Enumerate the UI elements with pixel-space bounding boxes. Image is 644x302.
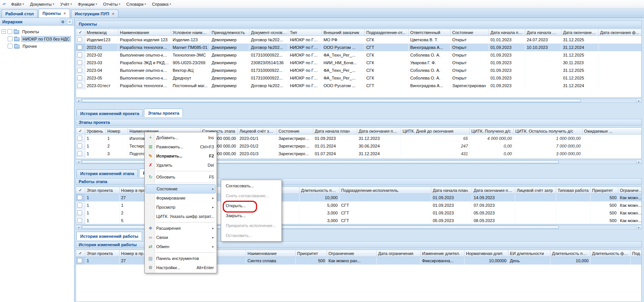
column-header[interactable]: Ограничен... bbox=[618, 187, 642, 194]
column-header[interactable]: Этап проекта bbox=[85, 187, 120, 194]
collapse-expander-icon[interactable]: − bbox=[2, 29, 6, 34]
tab-3[interactable]: Инструкции ПУП✕ bbox=[71, 10, 118, 18]
column-header[interactable]: Наименование bbox=[246, 250, 296, 257]
column-header[interactable]: Номер bbox=[106, 128, 128, 135]
select-all-header[interactable]: ✓ bbox=[76, 250, 85, 257]
table-row[interactable]: 2023-01Разработка технологии и...Магнит … bbox=[76, 44, 642, 51]
table-row[interactable]: 2023-01тестРазработка технологии и...Пос… bbox=[76, 82, 642, 89]
menubar-item-7[interactable]: Справка▾ bbox=[149, 1, 174, 8]
menu-item-1[interactable]: +Добавить...Ins bbox=[146, 133, 216, 142]
column-header[interactable]: Дата окончания план bbox=[472, 187, 515, 194]
tree-checkbox[interactable] bbox=[8, 36, 13, 41]
row-checkbox[interactable] bbox=[77, 83, 82, 88]
column-header[interactable]: ЦИТК. Осталось получить д/с bbox=[514, 128, 583, 135]
menu-item-3[interactable]: Открыть... bbox=[222, 201, 281, 211]
column-header[interactable]: Уровень bbox=[85, 128, 106, 135]
row-checkbox[interactable] bbox=[77, 151, 82, 156]
close-icon[interactable]: ✕ bbox=[63, 12, 66, 15]
table-row[interactable]: 2023-04Выполнение опытно-конс...Вектор-А… bbox=[76, 67, 642, 74]
tab-2[interactable]: Этапы проекта bbox=[144, 109, 183, 117]
row-checkbox[interactable] bbox=[77, 68, 82, 73]
column-header[interactable]: Подразделение-ис... bbox=[631, 250, 642, 257]
menu-item-1[interactable]: Согласовать... bbox=[222, 181, 281, 191]
scroll-right-icon[interactable]: ▸ bbox=[636, 99, 641, 102]
scroll-right-icon[interactable]: ▸ bbox=[636, 160, 641, 164]
row-checkbox[interactable] bbox=[77, 45, 82, 50]
row-checkbox[interactable] bbox=[77, 60, 82, 65]
tab-1[interactable]: История изменений проекта bbox=[76, 109, 143, 117]
column-header[interactable]: Приоритет bbox=[591, 187, 618, 194]
column-header[interactable]: Приоритет bbox=[296, 250, 327, 257]
scroll-right-icon[interactable]: ▸ bbox=[636, 226, 641, 229]
tab-1[interactable]: Рабочий стол bbox=[2, 10, 37, 18]
menu-item-9[interactable]: Формирование▸ bbox=[146, 193, 216, 203]
table-row[interactable]: 2023-02Выполнение опытно-конс...Технолог… bbox=[76, 51, 642, 59]
column-header[interactable]: Лицевой счёт затрат. bbox=[238, 128, 277, 135]
menu-item-14[interactable]: ∞Связи▸ bbox=[146, 233, 216, 242]
tab-2[interactable]: Проекты✕ bbox=[39, 9, 70, 18]
close-icon[interactable]: ✕ bbox=[112, 12, 115, 16]
select-all-header[interactable]: ✓ bbox=[76, 29, 85, 36]
menu-item-3[interactable]: ✎Исправить...F2 bbox=[146, 151, 216, 161]
column-header[interactable]: Принадлежность bbox=[210, 29, 249, 36]
tree-checkbox[interactable] bbox=[7, 29, 12, 34]
column-header[interactable]: Дата окончания план bbox=[357, 128, 401, 135]
table-row[interactable]: 2023-05Выполнение опытно-конс...Дредноут… bbox=[76, 74, 642, 82]
row-checkbox[interactable] bbox=[77, 218, 82, 223]
menubar-item-5[interactable]: Отчёты▾ bbox=[100, 1, 123, 8]
column-header[interactable]: Дата окончания пл... bbox=[561, 29, 599, 36]
column-header[interactable]: Внешний заказчик bbox=[322, 29, 365, 36]
column-header[interactable]: Лицевой счёт затр bbox=[515, 187, 556, 194]
column-header[interactable]: Изменение длител. bbox=[421, 250, 464, 257]
column-header[interactable]: Состояние bbox=[277, 128, 313, 135]
row-checkbox[interactable] bbox=[77, 136, 82, 141]
column-header[interactable]: Наименование bbox=[118, 29, 171, 36]
tab-1[interactable]: История изменений работы bbox=[76, 232, 142, 240]
scroll-left-icon[interactable]: ◂ bbox=[76, 226, 81, 229]
column-header[interactable]: Ожидаемые ... bbox=[583, 128, 642, 135]
collapse-panel-icon[interactable]: « bbox=[67, 19, 73, 24]
column-header[interactable]: Условное наименова... bbox=[171, 29, 210, 36]
column-header[interactable]: Дата начала план. bbox=[489, 29, 525, 36]
row-checkbox[interactable] bbox=[77, 210, 82, 215]
tree-item-2[interactable]: НИОКР по ГОЗ без НДС bbox=[0, 35, 74, 42]
menu-item-15[interactable]: ⇄Обмен▸ bbox=[146, 242, 216, 251]
column-header[interactable]: ЦИТК. Получено д/с bbox=[470, 128, 514, 135]
column-header[interactable]: Типовая работа bbox=[556, 187, 591, 194]
column-header[interactable]: Длительность фак... bbox=[591, 250, 631, 257]
menubar-item-3[interactable]: Учёт▾ bbox=[57, 1, 75, 8]
column-header[interactable]: Дата начала факт. bbox=[525, 29, 561, 36]
scroll-left-icon[interactable]: ◂ bbox=[76, 160, 81, 164]
scroll-left-icon[interactable]: ◂ bbox=[76, 99, 81, 102]
column-header[interactable]: ЦИТК. Дней до окончания bbox=[401, 128, 470, 135]
menu-item-13[interactable]: ❖Расширения▸ bbox=[146, 224, 216, 233]
column-header[interactable]: Дата начала план bbox=[313, 128, 357, 135]
select-all-header[interactable]: ✓ bbox=[76, 128, 85, 135]
column-header[interactable]: Длительность план▾ bbox=[299, 187, 340, 194]
menu-item-10[interactable]: Просмотр▸ bbox=[146, 203, 216, 212]
column-header[interactable]: Состояние bbox=[451, 29, 489, 36]
menu-item-18[interactable]: ⚙Настройки...Alt+Enter bbox=[146, 263, 216, 272]
menubar-item-6[interactable]: Словари▾ bbox=[123, 1, 149, 8]
row-checkbox[interactable] bbox=[77, 143, 82, 148]
row-checkbox[interactable] bbox=[77, 52, 82, 57]
menu-item-2[interactable]: ⊞Размножить...Ctrl+F3 bbox=[146, 142, 216, 151]
menubar-item-2[interactable]: Документы▾ bbox=[27, 1, 57, 8]
row-checkbox[interactable] bbox=[77, 203, 82, 208]
row-checkbox[interactable] bbox=[77, 75, 82, 80]
row-checkbox[interactable] bbox=[77, 195, 82, 200]
select-all-header[interactable]: ✓ bbox=[76, 187, 85, 194]
column-header[interactable]: Дата начала план. bbox=[431, 187, 472, 194]
panel-tool-icon[interactable]: ▦ bbox=[60, 19, 66, 24]
column-header[interactable]: Подразделение-от... bbox=[365, 29, 409, 36]
table-row[interactable]: 2023-03Разработка ЭКД и РКД н...905-U020… bbox=[76, 59, 642, 67]
column-header[interactable]: Дата ограничения bbox=[377, 250, 421, 257]
column-header[interactable]: Документ-основан... bbox=[249, 29, 288, 36]
menu-item-8[interactable]: Состояние▸ bbox=[146, 184, 216, 193]
column-header[interactable]: Дата окончания ф... bbox=[599, 29, 642, 36]
tree-item-1[interactable]: −Проекты bbox=[0, 28, 74, 35]
column-header[interactable]: Ответственный bbox=[409, 29, 451, 36]
column-header[interactable]: ЕИ длительности bbox=[508, 250, 550, 257]
column-header[interactable]: Тип bbox=[288, 29, 322, 36]
menubar-item-4[interactable]: Функции▾ bbox=[75, 1, 100, 8]
